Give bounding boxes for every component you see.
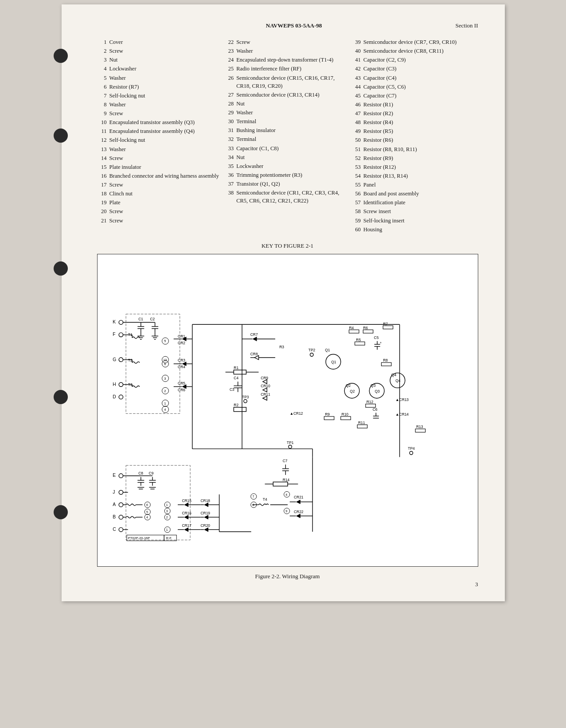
list-item: 26Semiconductor device (CR15, CR16, CR17… bbox=[224, 74, 347, 90]
part-description: Washer bbox=[109, 145, 220, 153]
part-number: 24 bbox=[224, 56, 234, 64]
part-description: Encapsulated transistor assembly (Q4) bbox=[109, 127, 220, 135]
svg-text:C9: C9 bbox=[148, 471, 153, 475]
list-item: 54Resistor (R13, R14) bbox=[351, 172, 474, 180]
part-number: 16 bbox=[97, 172, 107, 180]
svg-text:R1: R1 bbox=[234, 366, 238, 370]
part-description: Capacitor (C4) bbox=[363, 74, 474, 82]
list-item: 40Semiconductor device (CR8, CR11) bbox=[351, 47, 474, 55]
list-item: 9Screw bbox=[97, 109, 220, 117]
part-number: 39 bbox=[351, 38, 361, 46]
svg-text:TP3: TP3 bbox=[242, 394, 249, 399]
part-description: Resistor (R7) bbox=[109, 83, 220, 91]
list-item: 55Panel bbox=[351, 181, 474, 189]
svg-text:7: 7 bbox=[252, 495, 254, 498]
part-description: Washer bbox=[236, 109, 347, 117]
part-number: 53 bbox=[351, 163, 361, 171]
svg-text:C4: C4 bbox=[234, 375, 238, 380]
list-item: 8Washer bbox=[97, 101, 220, 109]
svg-text:CR8: CR8 bbox=[250, 352, 258, 356]
part-description: Self-locking insert bbox=[363, 217, 474, 225]
svg-text:CR22: CR22 bbox=[294, 510, 304, 514]
svg-text:3: 3 bbox=[164, 376, 166, 380]
svg-text:2: 2 bbox=[164, 389, 166, 393]
list-item: 37Transistor (Q1, Q2) bbox=[224, 180, 347, 188]
part-number: 45 bbox=[351, 92, 361, 100]
page-header: NAVWEPS 03-5AA-98 Section II bbox=[97, 22, 478, 29]
svg-text:5: 5 bbox=[146, 510, 148, 514]
part-description: Capacitor (C5, C6) bbox=[363, 83, 474, 91]
part-number: 10 bbox=[97, 118, 107, 126]
part-description: Capacitor (C3) bbox=[363, 65, 474, 73]
list-item: 38Semiconductor device (CR1, CR2, CR3, C… bbox=[224, 189, 347, 205]
list-item: 25Radio interference filter (RF) bbox=[224, 65, 347, 73]
list-item: 59Self-locking insert bbox=[351, 217, 474, 225]
part-number: 59 bbox=[351, 217, 361, 225]
list-item: 60Housing bbox=[351, 226, 474, 234]
part-number: 14 bbox=[97, 154, 107, 162]
svg-text:▲CR13: ▲CR13 bbox=[395, 397, 409, 402]
svg-text:13: 13 bbox=[163, 358, 167, 361]
part-number: 29 bbox=[224, 109, 234, 117]
part-description: Screw bbox=[109, 217, 220, 225]
svg-text:K: K bbox=[113, 319, 116, 324]
parts-column-3: 39Semiconductor device (CR7, CR9, CR10)4… bbox=[351, 38, 478, 234]
list-item: 12Self-locking nut bbox=[97, 136, 220, 144]
punch-hole-5 bbox=[54, 505, 68, 519]
svg-text:6: 6 bbox=[164, 362, 166, 366]
part-number: 56 bbox=[351, 190, 361, 198]
part-number: 13 bbox=[97, 145, 107, 153]
part-number: 5 bbox=[97, 74, 107, 82]
list-item: 45Capacitor (C7) bbox=[351, 92, 474, 100]
svg-text:F: F bbox=[113, 332, 115, 337]
part-number: 48 bbox=[351, 118, 361, 126]
part-description: Semiconductor device (CR13, CR14) bbox=[236, 91, 347, 99]
list-item: 15Plate insulator bbox=[97, 163, 220, 171]
list-item: 20Screw bbox=[97, 207, 220, 215]
svg-text:Q1: Q1 bbox=[325, 348, 330, 352]
svg-text:R3: R3 bbox=[279, 345, 284, 349]
part-number: 55 bbox=[351, 181, 361, 189]
svg-rect-0 bbox=[101, 275, 474, 544]
part-description: Capacitor (C1, C8) bbox=[236, 144, 347, 152]
part-description: Cover bbox=[109, 38, 220, 46]
svg-text:2: 2 bbox=[166, 516, 168, 519]
list-item: 1Cover bbox=[97, 38, 220, 46]
svg-text:CR19: CR19 bbox=[200, 510, 210, 515]
list-item: 24Encapsulated step-down transformer (T1… bbox=[224, 56, 347, 64]
part-number: 11 bbox=[97, 127, 107, 135]
part-number: 20 bbox=[97, 207, 107, 215]
part-description: Screw bbox=[109, 181, 220, 189]
svg-text:CR20: CR20 bbox=[200, 523, 210, 528]
part-description: Washer bbox=[109, 74, 220, 82]
part-number: 27 bbox=[224, 91, 234, 99]
part-description: Nut bbox=[236, 100, 347, 108]
list-item: 27Semiconductor device (CR13, CR14) bbox=[224, 91, 347, 99]
list-item: 11Encapsulated transistor assembly (Q4) bbox=[97, 127, 220, 135]
list-item: 14Screw bbox=[97, 154, 220, 162]
part-description: Resistor (R6) bbox=[363, 136, 474, 144]
list-item: 46Resistor (R1) bbox=[351, 101, 474, 109]
part-number: 32 bbox=[224, 135, 234, 143]
svg-text:CR7: CR7 bbox=[250, 332, 258, 337]
part-number: 12 bbox=[97, 136, 107, 144]
part-number: 6 bbox=[97, 83, 107, 91]
svg-text:C3: C3 bbox=[230, 387, 234, 392]
svg-text:1: 1 bbox=[166, 503, 168, 506]
part-description: Washer bbox=[236, 47, 347, 55]
list-item: 33Capacitor (C1, C8) bbox=[224, 144, 347, 152]
list-item: 50Resistor (R6) bbox=[351, 136, 474, 144]
list-item: 32Terminal bbox=[224, 135, 347, 143]
diagram-svg: K F G H D E J A B C C1 C2 bbox=[101, 259, 474, 560]
part-description: Resistor (R2) bbox=[363, 109, 474, 117]
list-item: 48Resistor (R4) bbox=[351, 118, 474, 126]
wiring-diagram: K F G H D E J A B C C1 C2 bbox=[97, 254, 478, 567]
part-description: Plate insulator bbox=[109, 163, 220, 171]
list-item: 29Washer bbox=[224, 109, 347, 117]
part-description: Resistor (R13, R14) bbox=[363, 172, 474, 180]
list-item: 18Clinch nut bbox=[97, 190, 220, 198]
svg-text:R2: R2 bbox=[234, 403, 238, 407]
svg-text:8: 8 bbox=[252, 503, 254, 506]
svg-text:4: 4 bbox=[146, 516, 148, 519]
part-description: Radio interference filter (RF) bbox=[236, 65, 347, 73]
